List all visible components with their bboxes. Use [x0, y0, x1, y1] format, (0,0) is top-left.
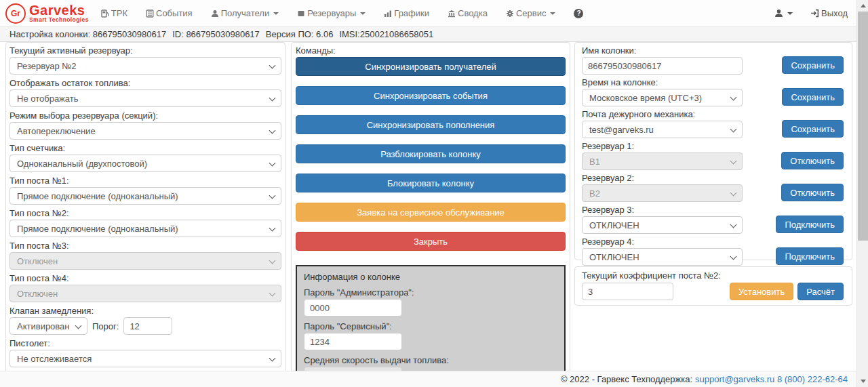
counter-type-select[interactable]: Одноканальный (двухпостовой)	[9, 155, 281, 172]
copyright-text: © 2022 - Гарвекс Техподдержка:	[561, 374, 692, 384]
calc-coefficient-button[interactable]: Расчёт	[797, 283, 844, 300]
sync-events-button[interactable]: Синхронизировать события	[296, 86, 566, 105]
coefficient-input[interactable]	[582, 283, 673, 300]
mechanic-email-select[interactable]: test@garveks.ru	[582, 121, 743, 138]
service-request-button[interactable]: Заявка на сервисное обслуживание	[296, 203, 566, 222]
select-value: Прямое подключение (одноканальный)	[17, 224, 178, 234]
tank4-connect-button[interactable]: Подключить	[776, 247, 844, 265]
nav-item-recipients[interactable]: Получатели	[211, 8, 279, 18]
navbar: Gr Garveks Smart Technologies ТРК Событи…	[0, 0, 868, 27]
pump-name-input[interactable]	[582, 57, 743, 75]
admin-password-input[interactable]	[304, 299, 402, 317]
tank4-select[interactable]: ОТКЛЮЧЕН	[582, 248, 743, 266]
select-value: ОТКЛЮЧЕН	[589, 252, 639, 262]
post1-type-select[interactable]: Прямое подключение (одноканальный)	[9, 187, 281, 205]
unlock-pump-button[interactable]: Разблокировать колонку	[296, 144, 566, 163]
main-content: Текущий активный резервуар: Резервуар №2…	[0, 42, 856, 371]
select-value: Московское время (UTC+3)	[589, 93, 702, 103]
field-label: Резервуар 4:	[582, 237, 844, 247]
scroll-up-arrow[interactable]	[857, 0, 868, 12]
coefficient-panel: Текущий коэффициент поста №2: Установить…	[574, 266, 852, 306]
field-label: Тип поста №1:	[9, 176, 281, 186]
sync-refills-button[interactable]: Синхронизировать пополнения	[296, 115, 566, 134]
save-name-button[interactable]: Сохранить	[782, 56, 844, 74]
tank2-select[interactable]: В2	[582, 184, 743, 202]
nav-item-label: Сводка	[458, 8, 488, 18]
select-value: Не отображать	[17, 94, 79, 104]
nav-item-service[interactable]: Сервис	[506, 8, 556, 18]
service-password-input[interactable]	[304, 333, 402, 350]
post3-type-select[interactable]: Отключен	[9, 252, 281, 270]
chevron-down-icon	[269, 225, 276, 232]
imsi: IMSI:250021086658051	[339, 29, 433, 39]
tank-mode-select[interactable]: Автопереключение	[9, 122, 281, 140]
bar-chart-icon	[384, 9, 392, 18]
select-value: Резервуар №2	[17, 61, 77, 71]
commands-label: Команды:	[296, 45, 566, 56]
lock-pump-button[interactable]: Блокировать колонку	[296, 174, 566, 192]
post4-type-select[interactable]: Отключен	[9, 285, 281, 302]
field-label: Тип поста №4:	[9, 273, 281, 283]
select-value: В2	[589, 188, 600, 199]
valve-select[interactable]: Активирован	[9, 317, 87, 335]
tank3-select[interactable]: ОТКЛЮЧЕН	[582, 216, 743, 234]
fuel-remainder-select[interactable]: Не отображать	[9, 89, 281, 107]
nav-item-charts[interactable]: Графики	[384, 8, 429, 18]
select-value: ОТКЛЮЧЕН	[589, 220, 639, 230]
pump-timezone-select[interactable]: Московское время (UTC+3)	[582, 89, 743, 106]
field-label: Почта дежурного механика:	[582, 109, 844, 119]
chevron-down-icon	[269, 258, 276, 264]
close-button[interactable]: Закрыть	[296, 232, 566, 251]
tank1-disconnect-button[interactable]: Отключить	[781, 152, 844, 169]
user-menu[interactable]	[774, 9, 793, 18]
nav-item-summary[interactable]: Сводка	[448, 8, 488, 18]
vertical-scrollbar[interactable]	[856, 0, 868, 387]
nav-item-label: ТРК	[111, 8, 127, 18]
field-label: Тип поста №3:	[9, 241, 281, 251]
pump-settings-title: Настройка колонки: 866795030980617	[9, 29, 166, 39]
nav-menu: ТРК События Получатели Резервуары	[101, 8, 584, 18]
tank2-disconnect-button[interactable]: Отключить	[781, 184, 844, 201]
tank-icon	[297, 9, 305, 18]
field-label: Имя колонки:	[582, 45, 844, 56]
nav-item-tanks[interactable]: Резервуары	[297, 8, 366, 18]
chevron-down-icon	[269, 95, 276, 102]
nav-item-events[interactable]: События	[146, 8, 193, 18]
post2-type-select[interactable]: Прямое подключение (одноканальный)	[9, 220, 281, 237]
scroll-down-arrow[interactable]	[857, 375, 868, 387]
fuel-pump-icon	[101, 9, 109, 18]
select-value: Автопереключение	[17, 126, 96, 136]
nozzle-select[interactable]: Не отслеживается	[9, 350, 281, 367]
sync-recipients-button[interactable]: Синхронизировать получателей	[296, 57, 566, 76]
current-tank-select[interactable]: Резервуар №2	[9, 57, 281, 75]
nav-item-help[interactable]: ?	[574, 9, 583, 18]
nav-item-label: Графики	[394, 8, 429, 18]
tank3-connect-button[interactable]: Подключить	[776, 216, 844, 233]
save-email-button[interactable]: Сохранить	[782, 120, 844, 138]
save-time-button[interactable]: Сохранить	[782, 88, 844, 106]
logout-icon	[810, 9, 819, 18]
nav-item-trk[interactable]: ТРК	[101, 8, 127, 18]
set-coefficient-button[interactable]: Установить	[730, 283, 793, 300]
chevron-down-icon	[269, 62, 276, 69]
chevron-down-icon	[269, 192, 276, 199]
field-label: Режим выбора резервуара (секций):	[9, 110, 281, 121]
logout-button[interactable]: Выход	[810, 8, 848, 18]
chevron-down-icon	[269, 355, 276, 362]
tank1-select[interactable]: В1	[582, 152, 743, 170]
threshold-input[interactable]	[123, 317, 172, 335]
person-icon	[211, 9, 219, 18]
field-label: Отображать остаток топлива:	[9, 78, 281, 88]
chevron-down-icon	[273, 12, 279, 15]
pump-info-panel: Информация о колонке Пароль "Администрат…	[296, 265, 566, 371]
scrollbar-thumb[interactable]	[858, 12, 868, 241]
chevron-down-icon	[787, 12, 793, 15]
field-label: Тип счетчика:	[9, 143, 281, 153]
help-icon: ?	[574, 9, 583, 18]
field-label: Резервуар 2:	[582, 173, 844, 183]
events-list-icon	[146, 9, 154, 18]
chevron-down-icon	[730, 94, 737, 101]
firmware-version: Версия ПО: 6.06	[266, 29, 334, 39]
support-link[interactable]: support@garveks.ru 8 (800) 222-62-64	[695, 374, 848, 384]
select-value: В1	[589, 157, 600, 167]
